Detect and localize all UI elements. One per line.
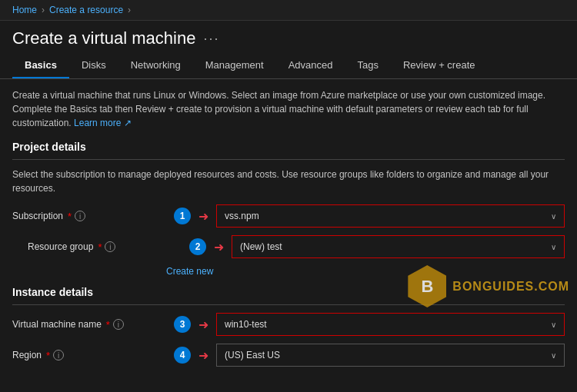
resource-group-required: * <box>98 241 102 253</box>
breadcrumb-create-resource[interactable]: Create a resource <box>49 5 123 15</box>
vm-name-chevron-icon: ∨ <box>551 321 556 329</box>
page-description: Create a virtual machine that runs Linux… <box>12 88 565 130</box>
vm-name-label: Virtual machine name <box>12 319 102 330</box>
resource-group-label-col: Resource group * i <box>28 241 182 253</box>
project-details-desc: Select the subscription to manage deploy… <box>12 168 565 195</box>
subscription-step-badge: 1 <box>174 208 191 224</box>
watermark: B BONGUIDES.COM <box>408 265 569 307</box>
resource-group-label: Resource group <box>28 241 93 252</box>
vm-name-info-icon[interactable]: i <box>113 319 124 330</box>
subscription-value: vss.npm <box>225 211 259 221</box>
tab-advanced[interactable]: Advanced <box>276 53 345 78</box>
region-arrow-icon: ➜ <box>198 348 208 363</box>
vm-name-label-col: Virtual machine name * i <box>12 319 166 331</box>
vm-name-required: * <box>106 319 110 331</box>
subscription-arrow-icon: ➜ <box>198 209 208 224</box>
ellipsis-button[interactable]: ··· <box>203 31 219 47</box>
vm-name-arrow-icon: ➜ <box>198 317 208 332</box>
region-label: Region <box>12 350 42 360</box>
vm-name-control: win10-test ∨ <box>216 313 565 336</box>
subscription-chevron-icon: ∨ <box>551 212 556 221</box>
tab-review-create[interactable]: Review + create <box>391 53 488 78</box>
region-control: (US) East US ∨ <box>216 344 565 367</box>
project-details-title: Project details <box>12 141 565 153</box>
subscription-row: Subscription * i 1 ➜ vss.npm ∨ <box>12 204 565 228</box>
learn-more-link[interactable]: Learn more ↗ <box>74 118 132 128</box>
subscription-required: * <box>68 211 72 222</box>
tab-basics[interactable]: Basics <box>12 53 69 78</box>
resource-group-chevron-icon: ∨ <box>551 243 556 251</box>
region-info-icon[interactable]: i <box>53 350 64 360</box>
region-dropdown[interactable]: (US) East US ∨ <box>216 344 565 367</box>
region-value: (US) East US <box>225 350 280 360</box>
subscription-info-icon[interactable]: i <box>75 211 85 221</box>
page-header: Create a virtual machine ··· <box>0 21 577 53</box>
resource-group-row: Resource group * i 2 ➜ (New) test ∨ <box>28 235 565 258</box>
tab-bar: Basics Disks Networking Management Advan… <box>0 53 577 79</box>
region-label-col: Region * i <box>12 350 166 361</box>
resource-group-arrow-icon: ➜ <box>214 240 224 254</box>
tab-tags[interactable]: Tags <box>345 53 390 78</box>
resource-group-value: (New) test <box>240 241 282 252</box>
resource-group-step-badge: 2 <box>189 238 206 255</box>
breadcrumb-sep-1: › <box>42 5 45 15</box>
vm-name-value: win10-test <box>225 319 267 330</box>
region-step-badge: 4 <box>174 347 191 364</box>
resource-group-info-icon[interactable]: i <box>105 241 115 252</box>
region-required: * <box>46 350 50 361</box>
tab-disks[interactable]: Disks <box>69 53 118 78</box>
tab-management[interactable]: Management <box>193 53 276 78</box>
main-content: Create a virtual machine that runs Linux… <box>0 79 577 371</box>
breadcrumb-home[interactable]: Home <box>12 5 37 15</box>
section-divider-1 <box>12 159 565 160</box>
breadcrumb-sep-2: › <box>128 5 131 15</box>
watermark-hex-icon: B <box>408 265 446 307</box>
vm-name-row: Virtual machine name * i 3 ➜ win10-test … <box>12 313 565 336</box>
subscription-control: vss.npm ∨ <box>216 204 565 228</box>
breadcrumb: Home › Create a resource › <box>12 5 131 15</box>
resource-group-control: (New) test ∨ <box>232 235 565 258</box>
region-chevron-icon: ∨ <box>551 351 556 360</box>
resource-group-dropdown[interactable]: (New) test ∨ <box>232 235 565 258</box>
subscription-label-col: Subscription * i <box>12 211 166 222</box>
subscription-dropdown[interactable]: vss.npm ∨ <box>216 204 565 228</box>
subscription-label: Subscription <box>12 211 63 221</box>
vm-name-step-badge: 3 <box>174 316 191 333</box>
vm-name-dropdown[interactable]: win10-test ∨ <box>216 313 565 336</box>
region-row: Region * i 4 ➜ (US) East US ∨ <box>12 344 565 367</box>
page-title: Create a virtual machine <box>12 28 195 48</box>
tab-networking[interactable]: Networking <box>118 53 193 78</box>
watermark-text: BONGUIDES.COM <box>452 280 569 294</box>
